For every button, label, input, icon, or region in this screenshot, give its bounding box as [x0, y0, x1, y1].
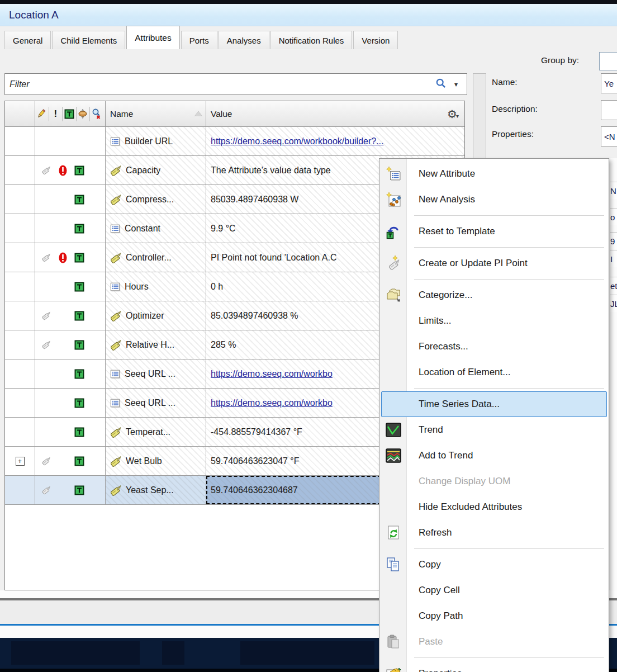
empty-icon-slot	[385, 498, 402, 516]
clipped-field-text: N	[610, 182, 617, 199]
attribute-name-cell[interactable]: Hours	[106, 272, 206, 301]
template-icon[interactable]	[63, 107, 77, 121]
filter-input[interactable]: Filter ▾	[4, 73, 467, 95]
attribute-name-cell[interactable]: Compress...	[106, 185, 206, 214]
tab-analyses[interactable]: Analyses	[219, 31, 269, 49]
tab-attributes[interactable]: Attributes	[126, 26, 179, 49]
tab-version[interactable]: Version	[353, 31, 398, 49]
table-header: ! Name Value ⚙ ▾	[5, 101, 464, 127]
field-input-properties[interactable]: <N	[601, 126, 617, 146]
column-settings-button[interactable]: ⚙ ▾	[447, 108, 459, 120]
menu-item-location-of-element[interactable]: Location of Element...	[379, 359, 609, 385]
row-flag-cell	[35, 447, 106, 475]
menu-item-limits[interactable]: Limits...	[379, 308, 609, 334]
row-expand-cell[interactable]: +	[5, 447, 35, 475]
row-expand-cell	[5, 272, 35, 301]
tag-icon	[110, 484, 122, 496]
header-value-column[interactable]: Value ⚙ ▾	[206, 101, 464, 126]
menu-item-label: Reset to Template	[419, 226, 495, 237]
tab-child-elements[interactable]: Child Elements	[52, 31, 125, 49]
menu-item-add-to-trend[interactable]: Add to Trend	[379, 443, 609, 468]
categorize-icon	[385, 286, 402, 304]
menu-item-label: Change Display UOM	[419, 476, 510, 487]
template-icon	[71, 369, 88, 379]
expand-plus-icon[interactable]: +	[16, 457, 25, 466]
attribute-name: Optimizer	[126, 311, 164, 321]
page-title: Location A	[9, 9, 59, 21]
attribute-name-cell[interactable]: Controller...	[106, 243, 206, 272]
filter-placeholder: Filter	[10, 79, 435, 89]
tab-ports[interactable]: Ports	[181, 31, 217, 49]
empty-icon-slot	[385, 338, 402, 356]
add-trend-icon	[385, 447, 402, 465]
template-icon	[71, 282, 88, 292]
row-flag-cell	[35, 476, 106, 504]
menu-item-categorize[interactable]: Categorize...	[379, 282, 609, 308]
attribute-name-cell[interactable]: Optimizer	[106, 301, 206, 330]
field-input-name[interactable]: Ye	[601, 73, 617, 93]
filter-dropdown-icon[interactable]: ▾	[454, 81, 458, 88]
diamond-icon[interactable]	[77, 107, 91, 121]
name-column-label: Name	[110, 109, 133, 119]
group-by-input[interactable]	[599, 52, 617, 70]
menu-item-label: Time Series Data...	[419, 399, 500, 410]
attribute-name-cell[interactable]: Capacity	[106, 156, 206, 184]
menu-item-new-analysis[interactable]: New Analysis	[379, 187, 609, 212]
menu-item-time-series-data[interactable]: Time Series Data...	[381, 391, 607, 417]
menu-item-reset-to-template[interactable]: Reset to Template	[379, 219, 609, 244]
menu-item-copy-cell[interactable]: Copy Cell	[379, 578, 609, 603]
sort-ascending-icon	[194, 111, 202, 116]
search-exclude-icon[interactable]	[90, 107, 104, 121]
attribute-value-link[interactable]: https://demo.seeq.com/workbook/builder?.…	[206, 127, 464, 155]
list-icon	[110, 223, 121, 234]
menu-item-trend[interactable]: Trend	[379, 417, 609, 443]
context-menu: New AttributeNew AnalysisReset to Templa…	[379, 158, 609, 672]
attribute-name-cell[interactable]: Builder URL	[106, 127, 206, 155]
row-expand-cell	[5, 359, 35, 388]
tab-notification-rules[interactable]: Notification Rules	[270, 31, 353, 49]
attribute-name-cell[interactable]: Constant	[106, 214, 206, 243]
paste-icon	[385, 633, 402, 651]
menu-item-copy-path[interactable]: Copy Path	[379, 603, 609, 629]
header-name-column[interactable]: Name	[106, 101, 206, 126]
field-input-description[interactable]	[601, 100, 617, 120]
exclaim-icon[interactable]: !	[49, 107, 63, 121]
pencil-icon[interactable]	[35, 107, 49, 121]
row-flag-cell	[35, 272, 106, 301]
trend-icon	[385, 421, 402, 439]
menu-item-label: Trend	[419, 424, 443, 436]
menu-item-label: Paste	[419, 636, 443, 647]
empty-icon-slot	[385, 472, 402, 490]
menu-item-label: New Attribute	[419, 168, 475, 179]
menu-item-label: Limits...	[419, 315, 452, 326]
attribute-name-cell[interactable]: Relative H...	[106, 330, 206, 359]
menu-separator	[414, 215, 604, 216]
menu-item-label: Refresh	[419, 527, 452, 538]
template-icon	[71, 340, 88, 350]
field-label-name: Name:	[492, 77, 518, 87]
menu-item-copy[interactable]: Copy	[379, 552, 609, 578]
search-icon[interactable]	[435, 78, 447, 91]
attribute-name: Seeq URL ...	[125, 369, 175, 379]
menu-item-refresh[interactable]: Refresh	[379, 520, 609, 546]
attribute-name: Seeq URL ...	[125, 398, 175, 408]
attribute-name-cell[interactable]: Seeq URL ...	[106, 359, 206, 388]
attribute-name-cell[interactable]: Temperat...	[106, 418, 206, 446]
tab-general[interactable]: General	[4, 31, 51, 49]
table-row[interactable]: Builder URLhttps://demo.seeq.com/workboo…	[5, 127, 464, 156]
panel-splitter[interactable]	[473, 73, 486, 159]
excluded-icon	[37, 456, 54, 466]
menu-item-hide-excluded-attributes[interactable]: Hide Excluded Attributes	[379, 494, 609, 520]
attribute-name-cell[interactable]: Wet Bulb	[106, 447, 206, 475]
value-column-label: Value	[211, 109, 232, 119]
menu-item-forecasts[interactable]: Forecasts...	[379, 334, 609, 359]
new-attribute-icon	[385, 165, 402, 183]
tag-icon	[110, 339, 122, 351]
attribute-name-cell[interactable]: Seeq URL ...	[106, 389, 206, 417]
menu-item-properties[interactable]: Properties	[379, 661, 609, 672]
row-expand-cell	[5, 156, 35, 184]
attribute-name-cell[interactable]: Yeast Sep...	[106, 476, 206, 504]
menu-item-create-or-update-pi-point[interactable]: Create or Update PI Point	[379, 250, 609, 276]
row-expand-cell	[5, 185, 35, 214]
menu-item-new-attribute[interactable]: New Attribute	[379, 161, 609, 187]
